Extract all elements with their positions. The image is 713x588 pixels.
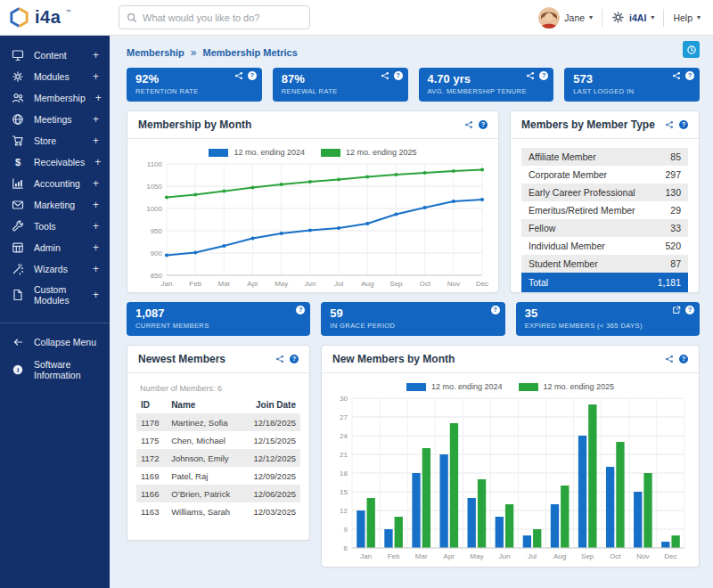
kpi-label: RETENTION RATE xyxy=(135,87,253,95)
share-nodes-icon[interactable] xyxy=(234,71,243,80)
external-link-icon[interactable] xyxy=(672,306,681,314)
member-type-label: Individual Member xyxy=(529,241,605,251)
help-icon[interactable]: ? xyxy=(479,120,488,129)
svg-text:$: $ xyxy=(15,157,20,167)
users-icon xyxy=(12,92,24,104)
globe-icon xyxy=(12,113,24,126)
i4ai-menu[interactable]: i4AI ▾ xyxy=(611,11,654,24)
table-cell: 12/09/2025 xyxy=(242,467,300,485)
quick-access-button[interactable] xyxy=(683,41,700,58)
share-nodes-icon[interactable] xyxy=(526,71,535,80)
sidebar-item-accounting[interactable]: Accounting+ xyxy=(0,173,110,194)
wand-icon xyxy=(12,263,24,275)
member-type-row: Student Member87 xyxy=(521,255,688,273)
member-type-rows: Affiliate Member85Corporate Member297Ear… xyxy=(511,139,699,273)
legend-label: 12 mo. ending 2025 xyxy=(346,148,417,157)
sidebar-item-admin[interactable]: Admin+ xyxy=(0,237,110,258)
header-controls: Jane ▾ i4AI ▾ Help ▾ xyxy=(538,7,713,29)
sidebar-footer: Collapse MenuiSoftware Information xyxy=(0,331,110,386)
gear-icon xyxy=(611,11,625,24)
share-nodes-icon[interactable] xyxy=(665,355,674,363)
sidebar-item-store[interactable]: Store+ xyxy=(0,130,110,151)
table-row: 1178Martinez, Sofia12/18/2025 xyxy=(136,413,300,431)
help-icon[interactable]: ? xyxy=(491,306,500,314)
table-cell: Patel, Raj xyxy=(167,467,242,485)
membership-by-month-panel: Membership by Month ? 12 mo. ending 2024… xyxy=(127,110,499,293)
user-menu[interactable]: Jane ▾ xyxy=(538,7,593,29)
help-icon[interactable]: ? xyxy=(685,71,694,80)
share-nodes-icon[interactable] xyxy=(275,355,284,363)
breadcrumb-membership-metrics[interactable]: Membership Metrics xyxy=(202,47,297,58)
sidebar-item-membership[interactable]: Membership+ xyxy=(0,87,110,109)
sidebar-footer-label: Collapse Menu xyxy=(34,337,96,347)
app-window: i4a™ Jane ▾ xyxy=(0,0,713,588)
kpi-icons: ? xyxy=(526,71,548,80)
arrow-left-icon xyxy=(12,336,24,348)
panel-header-icons: ? xyxy=(665,120,688,129)
kpi-label: RENEWAL RATE xyxy=(282,87,399,95)
app-logo[interactable]: i4a™ xyxy=(0,6,110,29)
table-row: 1169Patel, Raj12/09/2025 xyxy=(136,467,300,485)
kpi-card-expired-members-365-days: 35EXPIRED MEMBERS (< 365 DAYS) ? xyxy=(516,302,700,336)
search-input[interactable] xyxy=(143,12,302,23)
member-type-value: 33 xyxy=(670,223,681,233)
sidebar-item-meetings[interactable]: Meetings+ xyxy=(0,109,110,130)
member-type-label: Affiliate Member xyxy=(529,151,596,162)
sidebar-item-tools[interactable]: Tools+ xyxy=(0,216,110,237)
table-row: 1163Williams, Sarah12/03/2025 xyxy=(136,502,300,520)
table-cell: Williams, Sarah xyxy=(167,502,242,520)
svg-text:Dec: Dec xyxy=(664,552,676,560)
help-icon[interactable]: ? xyxy=(679,120,688,129)
panel-header: Members by Member Type ? xyxy=(511,111,699,139)
kpi-card-retention-rate: 92%RETENTION RATE ? xyxy=(127,68,262,102)
member-type-row: Early Career Professional130 xyxy=(521,184,688,201)
expand-icon: + xyxy=(93,289,99,301)
help-icon[interactable]: ? xyxy=(394,71,403,80)
sidebar-item-modules[interactable]: Modules+ xyxy=(0,66,110,87)
sidebar-item-wizards[interactable]: Wizards+ xyxy=(0,258,110,280)
sidebar-item-label: Admin xyxy=(34,242,61,253)
sidebar-divider xyxy=(0,323,110,323)
sidebar-item-label: Custom Modules xyxy=(34,284,83,306)
panel-title: Newest Members xyxy=(138,353,225,365)
help-icon[interactable]: ? xyxy=(296,306,305,314)
panel-header-icons: ? xyxy=(275,355,299,363)
chart-legend: 12 mo. ending 202412 mo. ending 2025 xyxy=(331,382,690,391)
panel-header: Newest Members ? xyxy=(127,346,309,373)
help-icon[interactable]: ? xyxy=(290,355,299,363)
table-cell: 1172 xyxy=(136,449,167,467)
svg-text:950: 950 xyxy=(151,227,163,235)
table-cell: 1166 xyxy=(136,485,167,502)
sidebar-nav: Content+Modules+Membership+Meetings+Stor… xyxy=(0,45,110,310)
share-nodes-icon[interactable] xyxy=(672,71,681,80)
share-nodes-icon[interactable] xyxy=(665,120,674,129)
help-icon[interactable]: ? xyxy=(248,71,257,80)
help-icon[interactable]: ? xyxy=(685,306,694,314)
breadcrumb-membership[interactable]: Membership xyxy=(127,47,184,58)
svg-text:Jan: Jan xyxy=(360,552,372,560)
breadcrumb: Membership » Membership Metrics xyxy=(127,43,700,62)
panel-title: New Members by Month xyxy=(332,353,455,365)
global-search[interactable] xyxy=(119,5,310,29)
kpi-value: 59 xyxy=(330,306,496,320)
legend-item: 12 mo. ending 2024 xyxy=(406,382,503,391)
chart-icon xyxy=(12,177,24,190)
sidebar-collapse-menu[interactable]: Collapse Menu xyxy=(0,331,110,354)
i4ai-label: i4AI xyxy=(629,12,646,23)
svg-text:900: 900 xyxy=(151,249,163,257)
sidebar-item-content[interactable]: Content+ xyxy=(0,45,110,66)
chevron-down-icon: ▾ xyxy=(589,13,593,21)
share-nodes-icon[interactable] xyxy=(464,120,473,129)
sidebar-item-marketing[interactable]: Marketing+ xyxy=(0,194,110,216)
sidebar-item-receivables[interactable]: $Receivables+ xyxy=(0,151,110,173)
help-icon[interactable]: ? xyxy=(679,355,688,363)
sidebar-item-custom-modules[interactable]: Custom Modules+ xyxy=(0,280,110,310)
sidebar-item-label: Meetings xyxy=(34,114,72,125)
sidebar-software-information[interactable]: iSoftware Information xyxy=(0,354,110,386)
panel-header: Membership by Month ? xyxy=(127,111,498,139)
table-cell: 12/18/2025 xyxy=(242,413,300,431)
share-nodes-icon[interactable] xyxy=(381,71,389,80)
help-menu[interactable]: Help ▾ xyxy=(673,12,701,23)
newest-members-panel: Newest Members ? Number of Members: 6 ID… xyxy=(127,345,310,541)
help-icon[interactable]: ? xyxy=(539,71,548,80)
